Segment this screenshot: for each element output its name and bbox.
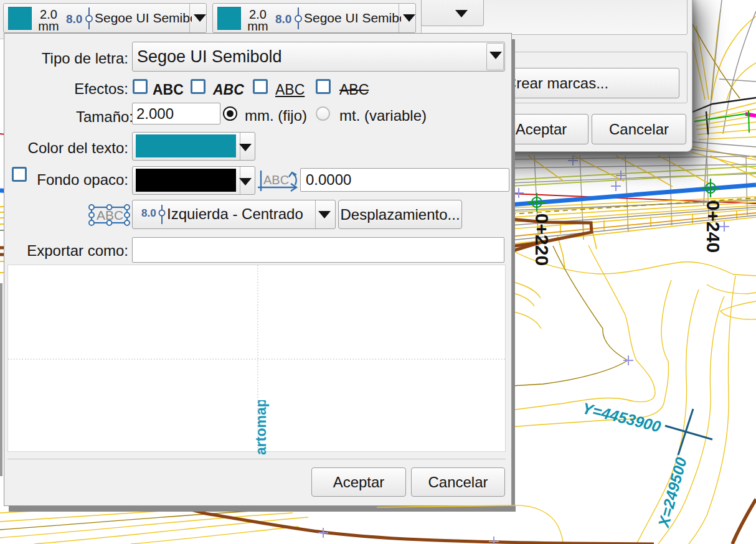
svg-text:X=249500: X=249500 — [654, 456, 689, 530]
svg-text:0+220: 0+220 — [532, 213, 552, 266]
svg-text:ABC: ABC — [263, 173, 289, 187]
svg-text:artomap: artomap — [253, 400, 269, 455]
svg-text:ABC: ABC — [97, 208, 123, 222]
svg-text:Y=4453900: Y=4453900 — [580, 399, 663, 435]
svg-text:0+240: 0+240 — [703, 200, 724, 253]
